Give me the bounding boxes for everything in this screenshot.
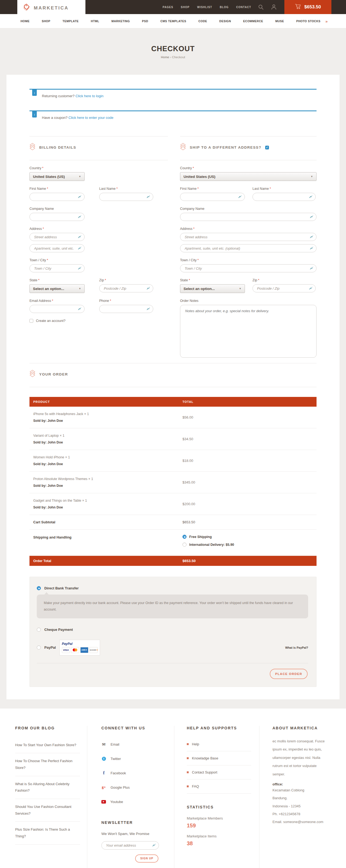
shipping-company-input[interactable] bbox=[180, 213, 316, 221]
paypal-radio[interactable] bbox=[37, 646, 41, 650]
billing-email-input[interactable] bbox=[30, 305, 84, 313]
top-header: MARKETICA PAGESSHOPWISHLISTBLOGCONTACT $… bbox=[0, 0, 346, 14]
cart-button[interactable]: $653.50 bbox=[284, 0, 332, 14]
menu-item[interactable]: ECOMMERCE bbox=[243, 20, 263, 23]
social-link[interactable]: Email bbox=[101, 737, 166, 751]
menu-more-icon[interactable]: » bbox=[325, 19, 327, 24]
login-link[interactable]: Click here to login bbox=[75, 94, 103, 98]
shipping-option-radio[interactable] bbox=[182, 542, 186, 547]
top-nav-link[interactable]: CONTACT bbox=[236, 6, 251, 9]
help-link[interactable]: Help bbox=[187, 737, 251, 751]
order-row: Variant of Laptop × 1 Sold by: John Doe … bbox=[30, 428, 316, 450]
product-name: Gadget and Things on the Table × 1 bbox=[33, 499, 182, 502]
menu-item[interactable]: MUSE bbox=[275, 20, 284, 23]
order-row: iPhone 5s with Headphones Jack × 1 Sold … bbox=[30, 407, 316, 428]
gplus-icon bbox=[101, 785, 106, 789]
create-account-checkbox[interactable] bbox=[30, 319, 33, 323]
billing-last-name-input[interactable] bbox=[99, 193, 153, 201]
shipping-street-input[interactable] bbox=[180, 233, 316, 241]
bank-transfer-radio[interactable] bbox=[37, 586, 41, 590]
page-title: CHECKOUT bbox=[0, 45, 346, 53]
menu-item[interactable]: PSD bbox=[142, 20, 148, 23]
shipping-town-input[interactable] bbox=[180, 264, 316, 272]
social-link[interactable]: Google Plus bbox=[101, 780, 166, 795]
place-order-button[interactable]: PLACE ORDER bbox=[270, 669, 308, 679]
cheque-radio[interactable] bbox=[37, 627, 41, 632]
newsletter-email-input[interactable] bbox=[101, 841, 159, 849]
account-icon[interactable] bbox=[271, 4, 277, 10]
diamonds-icon bbox=[30, 143, 35, 152]
menu-item[interactable]: CODE bbox=[198, 20, 207, 23]
menu-item[interactable]: SHOP bbox=[42, 20, 50, 23]
shipping-state-select[interactable]: Select an option...▼ bbox=[180, 284, 245, 293]
shipping-option-radio[interactable] bbox=[182, 535, 186, 539]
ship-different-checkbox[interactable] bbox=[265, 146, 269, 150]
shipping-last-name-label: Last Name* bbox=[252, 187, 316, 191]
shipping-zip-input[interactable] bbox=[252, 284, 316, 292]
menu-item[interactable]: HOME bbox=[21, 20, 30, 23]
help-link[interactable]: Knowladge Base bbox=[187, 751, 251, 765]
shipping-country-select[interactable]: United States (US)▼ bbox=[180, 172, 316, 181]
shipping-option-label: Free Shipping bbox=[189, 535, 212, 539]
coupon-link[interactable]: Click here to enter your code bbox=[68, 116, 113, 120]
billing-section: BILLING DETAILS Country* United States (… bbox=[30, 136, 168, 359]
social-link[interactable]: Youtube bbox=[101, 795, 166, 809]
blog-post-link[interactable]: How To Start Your Own Fashion Store? bbox=[15, 737, 80, 753]
billing-town-input[interactable] bbox=[30, 264, 84, 272]
bullet-icon bbox=[187, 785, 189, 787]
top-nav-link[interactable]: SHOP bbox=[181, 6, 189, 9]
statistics-title: STATISTICS bbox=[187, 805, 251, 809]
shipping-first-name-input[interactable] bbox=[180, 193, 245, 201]
order-notes-textarea[interactable] bbox=[180, 305, 316, 358]
menu-item[interactable]: CMS TEMPLATES bbox=[160, 20, 186, 23]
search-icon[interactable] bbox=[258, 4, 264, 10]
menu-item[interactable]: HTML bbox=[91, 20, 99, 23]
blog-post-link[interactable]: Plus Size Fashion: Is There Such a Thing… bbox=[15, 822, 80, 844]
breadcrumb-separator: › bbox=[170, 56, 171, 59]
shipping-section: SHIP TO A DIFFERENT ADDRESS? Country* Un… bbox=[180, 136, 316, 359]
top-nav: PAGESSHOPWISHLISTBLOGCONTACT bbox=[163, 6, 251, 9]
social-link[interactable]: Facebook bbox=[101, 766, 166, 780]
product-total: $34.50 bbox=[182, 437, 193, 441]
menu-item[interactable]: DESIGN bbox=[219, 20, 231, 23]
info-icon: i bbox=[32, 111, 37, 118]
blog-post-link[interactable]: Should You Use Fashion Consultant Servic… bbox=[15, 799, 80, 822]
top-nav-link[interactable]: WISHLIST bbox=[197, 6, 212, 9]
diamonds-icon bbox=[180, 143, 186, 152]
billing-phone-input[interactable] bbox=[99, 305, 153, 313]
footer-help-column: HELP AND SUPPORTS Help Knowladge Base Co… bbox=[174, 726, 260, 868]
menu-item[interactable]: PHOTO STOCKS bbox=[296, 20, 321, 23]
shipping-last-name-input[interactable] bbox=[252, 193, 316, 201]
product-total: $18.00 bbox=[182, 459, 193, 463]
menu-item[interactable]: MARKETING bbox=[111, 20, 130, 23]
social-link[interactable]: Twitter bbox=[101, 751, 166, 766]
menu-item[interactable]: TEMPLATE bbox=[63, 20, 79, 23]
billing-state-select[interactable]: Select an option...▼ bbox=[30, 284, 84, 293]
billing-first-name-input[interactable] bbox=[30, 193, 84, 201]
product-seller: Sold by: John Doe bbox=[33, 462, 182, 466]
blog-post-link[interactable]: How To Choose The Perfect Fashion Store? bbox=[15, 753, 80, 776]
signup-button[interactable]: SIGN UP bbox=[135, 855, 159, 863]
items-label: Marketplace Items bbox=[187, 834, 251, 838]
billing-street-input[interactable] bbox=[30, 233, 84, 241]
returning-customer-notice: i Returning customer? Click here to logi… bbox=[30, 89, 316, 101]
shipping-apartment-input[interactable] bbox=[180, 244, 316, 252]
logo[interactable]: MARKETICA bbox=[17, 0, 85, 16]
billing-country-select[interactable]: United States (US)▼ bbox=[30, 172, 84, 181]
billing-state-label: State* bbox=[30, 278, 84, 282]
help-link[interactable]: Contact Support bbox=[187, 765, 251, 779]
what-is-paypal-link[interactable]: What is PayPal? bbox=[285, 646, 308, 649]
footer-connect-column: CONNECT WITH US Email Twitter Facebook bbox=[87, 726, 174, 868]
office-label: office: bbox=[273, 782, 329, 786]
help-link[interactable]: FAQ bbox=[187, 779, 251, 794]
shipping-zip-label: Zip* bbox=[252, 278, 316, 282]
footer-about-column: ABOUT MARKETICA ec mollis lorem consequa… bbox=[260, 726, 346, 868]
bank-transfer-description: Make your payment directly into our bank… bbox=[37, 594, 308, 618]
billing-company-input[interactable] bbox=[30, 213, 84, 221]
billing-apartment-input[interactable] bbox=[30, 244, 84, 252]
top-nav-link[interactable]: BLOG bbox=[220, 6, 229, 9]
billing-zip-input[interactable] bbox=[99, 284, 153, 292]
top-nav-link[interactable]: PAGES bbox=[163, 6, 173, 9]
breadcrumb-home[interactable]: Home bbox=[161, 56, 169, 59]
blog-post-link[interactable]: What is So Alluring About Celebrity Fash… bbox=[15, 776, 80, 799]
